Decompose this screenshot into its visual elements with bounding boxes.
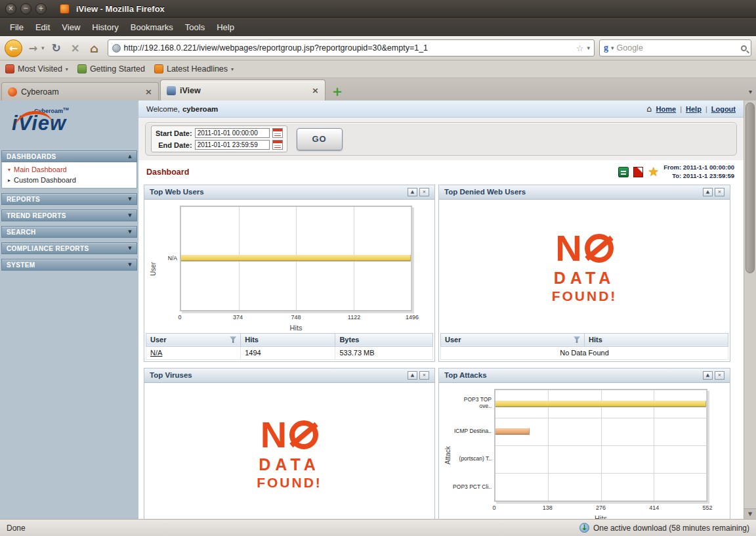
date-range-display: From: 2011-1-1 00:00:00 To: 2011-1-1 23:… [663,164,734,181]
menu-edit[interactable]: Edit [30,20,56,35]
tab-close-icon[interactable]: × [312,85,319,95]
export-excel-icon[interactable] [618,167,629,177]
no-data-found-graphic: N DATA FOUND! [257,416,322,489]
search-engine-dropdown-icon[interactable]: ▾ [611,45,614,51]
panel-close-button[interactable]: × [715,188,724,196]
export-pdf-icon[interactable] [633,167,643,177]
tab-label: Cyberoam [21,87,141,97]
chart-bar [495,401,706,407]
scrollbar-thumb[interactable] [746,102,755,273]
list-all-tabs-icon[interactable]: ▾ [749,88,752,95]
end-date-input[interactable] [195,140,270,150]
table-row: N/A 1494 533.73 MB [146,346,433,359]
chart-plot-area [180,206,412,311]
bookmark-star-icon[interactable]: ☆ [576,43,584,53]
history-dropdown-icon[interactable]: ▾ [41,45,45,51]
date-filter-box: Start Date: End Date: GO [145,122,737,156]
user-link[interactable]: N/A [150,349,162,357]
chart-x-axis-label: Hits [494,514,707,519]
start-date-input[interactable] [195,128,270,138]
chart-tick-label: 374 [233,314,243,321]
panel-collapse-button[interactable]: ▲ [408,188,417,196]
vertical-scrollbar[interactable]: ▼ [744,100,756,519]
sidebar-item-custom-dashboard[interactable]: ▸ Custom Dashboard [2,175,136,185]
favorite-star-icon[interactable]: ★ [648,166,659,178]
chart-tick-label: 1122 [348,314,360,321]
back-button[interactable]: ← [5,39,22,57]
bookmark-latest-headlines[interactable]: Latest Headlines ▾ [154,64,234,74]
start-date-calendar-icon[interactable] [272,128,283,138]
menu-history[interactable]: History [86,20,124,35]
home-link[interactable]: Home [656,105,677,113]
bytes-cell: 533.73 MB [335,346,433,359]
bookmark-label: Latest Headlines [167,64,228,74]
end-date-calendar-icon[interactable] [272,140,283,150]
sidebar-section-reports[interactable]: REPORTS ▼ [1,193,137,205]
logout-link[interactable]: Logout [711,105,736,113]
chart-tick-label: 1496 [406,314,419,321]
window-maximize-button[interactable]: + [35,3,47,14]
sidebar-section-compliance-reports[interactable]: COMPLIANCE REPORTS ▼ [1,242,137,254]
new-tab-button[interactable]: + [332,85,343,98]
section-expanded-icon: ▲ [128,154,132,159]
sidebar-section-system[interactable]: SYSTEM ▼ [1,259,137,271]
tab-close-icon[interactable]: × [145,87,152,97]
sidebar-section-trend-reports[interactable]: TREND REPORTS ▼ [1,210,137,221]
window-minimize-button[interactable]: − [20,3,32,14]
google-search-engine-icon[interactable]: g [604,43,608,53]
go-button[interactable]: GO [297,128,343,150]
panel-header: Top Web Users ▲ × [144,185,434,200]
panel-close-button[interactable]: × [419,371,429,380]
search-magnifier-icon[interactable] [741,45,747,51]
menu-file[interactable]: File [4,20,30,35]
panel-collapse-button[interactable]: ▲ [408,371,417,380]
no-sign-icon [289,420,318,449]
panel-close-button[interactable]: × [419,188,429,196]
chart-x-ticks: 037474811221496 [180,314,412,321]
stop-button[interactable]: × [67,39,84,56]
scroll-down-arrow-icon[interactable]: ▼ [744,508,756,519]
panel-collapse-button[interactable]: ▲ [703,188,713,196]
section-collapsed-icon: ▼ [128,262,132,267]
sidebar-item-label: Custom Dashboard [14,176,76,184]
panel-title: Top Web Users [150,188,204,196]
forward-button[interactable]: → [24,39,42,57]
tab-cyberoam[interactable]: Cyberoam × [1,82,159,100]
site-favicon-globe-icon [112,44,121,53]
search-input[interactable] [617,43,738,53]
top-web-users-chart: User N/A 037474811221496 Hits [144,200,434,333]
reload-button[interactable]: ↻ [48,39,65,56]
chart-category-label: POP3 PCT Cli.. [452,473,494,501]
url-dropdown-icon[interactable]: ▾ [587,45,590,51]
section-collapsed-icon: ▼ [128,213,132,218]
download-status[interactable]: ↓ One active download (58 minutes remain… [579,523,749,533]
bookmark-most-visited[interactable]: Most Visited ▾ [5,64,68,74]
panel-close-button[interactable]: × [715,371,724,380]
menubar: File Edit View History Bookmarks Tools H… [0,18,756,36]
chart-plot-area [494,389,707,502]
filter-icon[interactable] [574,336,580,343]
menu-bookmarks[interactable]: Bookmarks [125,20,179,35]
window-close-button[interactable]: × [5,3,16,14]
menu-view[interactable]: View [56,20,86,35]
panel-top-attacks: Top Attacks ▲ × Attack POP3 TOP ove..ICM… [438,368,730,519]
cyberoam-favicon [8,87,17,97]
sidebar-section-dashboards[interactable]: DASHBOARDS ▲ [1,150,137,162]
tab-iview[interactable]: iView × [160,79,326,100]
menu-help[interactable]: Help [211,20,240,35]
bookmark-getting-started[interactable]: Getting Started [77,64,145,74]
download-icon: ↓ [579,523,589,533]
tab-bar: Cyberoam × iView × + ▾ [0,78,756,100]
menu-tools[interactable]: Tools [179,20,211,35]
sidebar-section-search[interactable]: SEARCH ▼ [1,226,137,238]
help-link[interactable]: Help [686,105,702,113]
home-button[interactable]: ⌂ [86,39,103,56]
ndf-found-text: FOUND! [552,289,618,303]
chart-gridline [495,418,706,418]
url-input[interactable] [124,43,573,53]
filter-icon[interactable] [230,336,236,343]
tab-label: iView [180,86,308,95]
chart-bar [181,255,411,261]
panel-collapse-button[interactable]: ▲ [703,371,713,380]
sidebar-item-main-dashboard[interactable]: ▾ Main Dashboard [2,164,136,175]
